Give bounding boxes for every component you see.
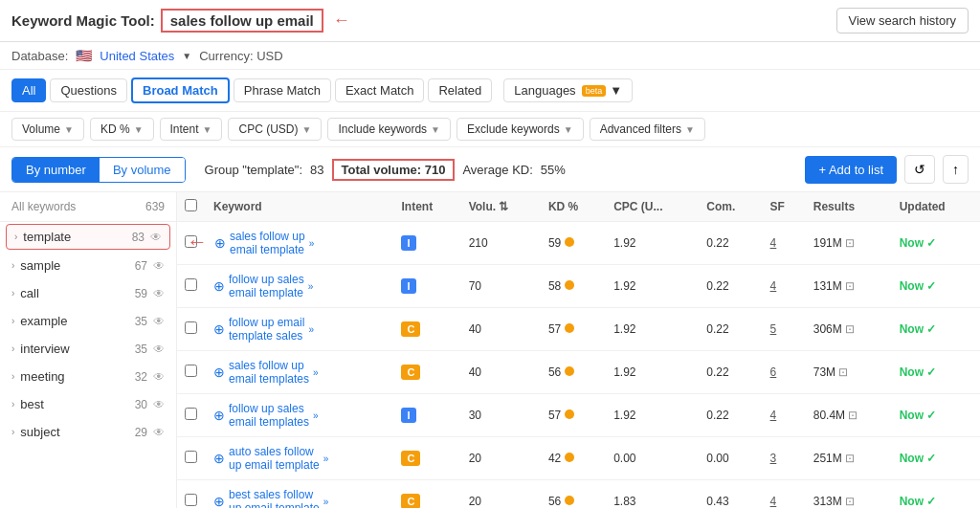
row-checkbox[interactable] (185, 408, 197, 420)
tab-all[interactable]: All (11, 78, 46, 102)
tab-questions[interactable]: Questions (50, 78, 127, 102)
by-volume-button[interactable]: By volume (100, 158, 185, 182)
updated-status: Now ✓ (900, 236, 972, 250)
exclude-filter[interactable]: Exclude keywords ▼ (457, 118, 584, 141)
row-checkbox[interactable] (185, 365, 197, 377)
sf-value[interactable]: 6 (770, 365, 777, 379)
row-cpc-cell: 1.92 (606, 351, 699, 394)
sf-value[interactable]: 5 (770, 322, 777, 336)
sidebar-item-count: 30 (135, 398, 147, 411)
eye-icon: 👁 (150, 231, 162, 244)
sf-value[interactable]: 4 (770, 409, 777, 422)
row-com-cell: 0.22 (699, 308, 762, 351)
tab-broad-match[interactable]: Broad Match (131, 77, 230, 103)
sidebar-items-container: › template 83 👁 › sample 67 👁 › call 59 … (0, 224, 176, 446)
results-value: 131M (813, 279, 842, 293)
volume-filter[interactable]: Volume ▼ (11, 118, 84, 141)
sidebar-item-left: › subject (11, 425, 60, 439)
sf-value[interactable]: 3 (770, 452, 777, 465)
view-history-button[interactable]: View search history (836, 8, 969, 33)
row-checkbox[interactable] (185, 278, 197, 291)
sidebar-item-right: 29 👁 (135, 426, 165, 439)
sidebar-item-meeting[interactable]: › meeting 32 👁 (0, 363, 176, 390)
sidebar-item-best[interactable]: › best 30 👁 (0, 390, 176, 418)
kd-filter[interactable]: KD % ▼ (90, 118, 154, 141)
keyword-link[interactable]: ⊕ follow up salesemail templates » (213, 402, 319, 429)
updated-text: Now (900, 452, 924, 465)
row-volume-cell: 40 (461, 351, 541, 394)
keyword-link[interactable]: ⊕ sales follow upemail template » (214, 230, 314, 256)
add-to-list-button[interactable]: + Add to list (805, 156, 897, 184)
keyword-link[interactable]: ⊕ follow up emailtemplate sales » (213, 316, 314, 343)
cpc-filter[interactable]: CPC (USD) ▼ (228, 118, 322, 141)
plus-icon: ⊕ (213, 321, 225, 337)
row-checkbox[interactable] (185, 451, 197, 463)
sidebar-item-count: 59 (135, 287, 147, 300)
row-intent-cell: I (393, 265, 460, 308)
keyword-link[interactable]: ⊕ sales follow upemail templates » (213, 359, 319, 386)
kd-dot (565, 496, 574, 505)
row-cpc-cell: 1.92 (606, 308, 699, 351)
sidebar-item-left: › example (11, 314, 67, 328)
refresh-button[interactable]: ↺ (904, 155, 935, 184)
view-toggle: By number By volume (11, 157, 186, 183)
row-cpc-cell: 1.92 (606, 222, 699, 265)
plus-icon: ⊕ (213, 494, 225, 508)
sf-value[interactable]: 4 (770, 279, 777, 293)
sidebar-item-interview[interactable]: › interview 35 👁 (0, 335, 176, 363)
intent-badge: C (401, 494, 420, 508)
by-number-button[interactable]: By number (12, 158, 100, 182)
intent-badge: I (401, 235, 415, 251)
sidebar-item-subject[interactable]: › subject 29 👁 (0, 418, 176, 446)
intent-filter[interactable]: Intent ▼ (160, 118, 223, 141)
col-checkbox (177, 192, 206, 222)
results-content: 131M ⊡ (813, 279, 884, 293)
row-kd-cell: 57 (541, 308, 606, 351)
tab-phrase-match[interactable]: Phrase Match (234, 78, 331, 102)
row-keyword-cell: ⊕ follow up salesemail templates » (206, 394, 393, 437)
row-checkbox-cell (177, 308, 206, 351)
sf-value[interactable]: 4 (770, 236, 777, 250)
sidebar-chevron: › (11, 371, 14, 382)
row-checkbox[interactable] (185, 321, 197, 334)
kd-value: 56 (548, 365, 561, 379)
row-sf-cell: 4 (763, 222, 806, 265)
sidebar-item-template[interactable]: › template 83 👁 (6, 224, 170, 250)
database-row: Database: 🇺🇸 United States ▼ Currency: U… (0, 42, 980, 70)
sidebar-item-count: 29 (135, 426, 147, 439)
avg-kd-value: 55% (541, 163, 566, 177)
col-volume[interactable]: Volu. ⇅ (461, 192, 541, 222)
include-chevron: ▼ (431, 124, 440, 135)
check-icon: ✓ (926, 365, 936, 379)
row-checkbox-cell (177, 351, 206, 394)
tab-related[interactable]: Related (428, 78, 492, 102)
kd-filter-label: KD % (100, 122, 130, 136)
country-link[interactable]: United States (100, 49, 174, 63)
select-all-checkbox[interactable] (185, 199, 197, 211)
languages-dropdown[interactable]: Languages beta ▼ (503, 78, 633, 102)
tab-exact-match[interactable]: Exact Match (335, 78, 425, 102)
keyword-link[interactable]: ⊕ follow up salesemail template » (213, 273, 313, 299)
row-results-cell: 313M ⊡ (806, 480, 892, 509)
results-value: 306M (813, 322, 842, 336)
sf-value[interactable]: 4 (770, 495, 777, 508)
include-filter[interactable]: Include keywords ▼ (327, 118, 451, 141)
row-com-cell: 0.22 (699, 351, 762, 394)
export-button[interactable]: ↑ (943, 155, 969, 184)
results-value: 313M (813, 495, 842, 508)
row-sf-cell: 6 (763, 351, 806, 394)
eye-icon: 👁 (153, 315, 165, 328)
row-results-cell: 306M ⊡ (806, 308, 892, 351)
include-filter-label: Include keywords (338, 122, 427, 136)
sidebar-item-sample[interactable]: › sample 67 👁 (0, 252, 176, 279)
sidebar-item-example[interactable]: › example 35 👁 (0, 307, 176, 335)
all-keywords-label: All keywords (11, 200, 76, 213)
sidebar-item-right: 59 👁 (135, 287, 165, 300)
sidebar-item-call[interactable]: › call 59 👁 (0, 279, 176, 307)
keyword-link[interactable]: ⊕ auto sales followup email template » (213, 445, 328, 472)
keyword-link[interactable]: ⊕ best sales followup email template » (213, 488, 328, 508)
advanced-filter[interactable]: Advanced filters ▼ (590, 118, 705, 141)
row-volume-cell: 20 (461, 437, 541, 480)
row-checkbox[interactable] (185, 494, 197, 506)
results-icon: ⊡ (845, 495, 855, 508)
